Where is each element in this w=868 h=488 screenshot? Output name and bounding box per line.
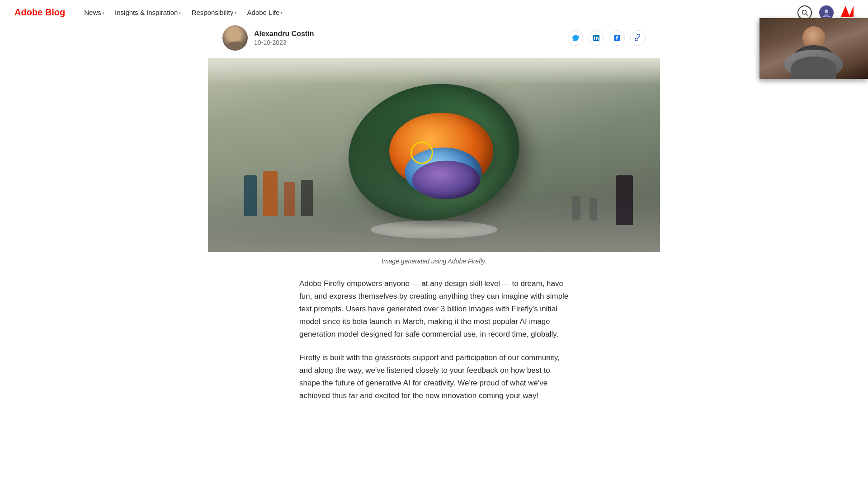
article-paragraph-1: Adobe Firefly empowers anyone — at any d… xyxy=(299,277,569,341)
svg-point-2 xyxy=(825,9,828,13)
article-paragraph-2: Firefly is built with the grassroots sup… xyxy=(299,352,569,402)
facebook-share-button[interactable] xyxy=(609,30,625,46)
brand-logo[interactable]: Adobe Blog xyxy=(14,7,65,18)
author-date: 10-10-2023 xyxy=(254,39,314,46)
header-actions xyxy=(797,5,854,20)
chevron-down-icon: › xyxy=(179,10,180,15)
social-share-group xyxy=(568,30,646,46)
hero-container: Image generated using Adobe Firefly. xyxy=(208,58,660,265)
svg-rect-7 xyxy=(594,37,595,40)
main-nav: News › Insights & Inspiration › Responsi… xyxy=(80,6,797,19)
facebook-icon xyxy=(614,35,620,41)
site-header: Adobe Blog News › Insights & Inspiration… xyxy=(0,0,868,25)
author-avatar xyxy=(222,25,248,51)
twitter-share-button[interactable] xyxy=(568,30,583,46)
copy-link-button[interactable] xyxy=(630,30,646,46)
hero-image xyxy=(208,58,660,252)
svg-point-8 xyxy=(594,36,595,37)
linkedin-icon xyxy=(593,35,599,41)
image-caption: Image generated using Adobe Firefly. xyxy=(208,258,660,265)
svg-rect-3 xyxy=(825,14,828,17)
adobe-icon[interactable] xyxy=(841,6,854,19)
user-avatar[interactable] xyxy=(819,5,834,20)
chevron-down-icon: › xyxy=(235,10,236,15)
linkedin-share-button[interactable] xyxy=(589,30,604,46)
user-icon xyxy=(821,8,831,18)
author-name: Alexandru Costin xyxy=(254,30,314,38)
author-info: Alexandru Costin 10-10-2023 xyxy=(222,25,314,51)
nav-item-insights[interactable]: Insights & Inspiration › xyxy=(110,6,185,19)
chevron-down-icon: › xyxy=(103,10,104,15)
nav-item-adobe-life[interactable]: Adobe Life › xyxy=(243,6,287,19)
main-content: Alexandru Costin 10-10-2023 xyxy=(0,25,868,440)
article-body: Adobe Firefly empowers anyone — at any d… xyxy=(285,277,583,402)
adobe-logo-icon xyxy=(841,6,854,17)
search-button[interactable] xyxy=(797,5,812,20)
svg-marker-5 xyxy=(849,6,854,17)
link-icon xyxy=(634,34,642,42)
video-overlay[interactable] xyxy=(760,18,868,79)
svg-line-1 xyxy=(806,14,808,15)
search-icon xyxy=(802,9,808,16)
author-details: Alexandru Costin 10-10-2023 xyxy=(254,30,314,46)
twitter-icon xyxy=(572,35,579,41)
video-feed xyxy=(760,18,868,79)
chevron-down-icon: › xyxy=(281,10,282,15)
svg-marker-4 xyxy=(841,6,850,17)
nav-item-news[interactable]: News › xyxy=(80,6,108,19)
author-row: Alexandru Costin 10-10-2023 xyxy=(208,25,660,51)
nav-item-responsibility[interactable]: Responsibility › xyxy=(187,6,241,19)
